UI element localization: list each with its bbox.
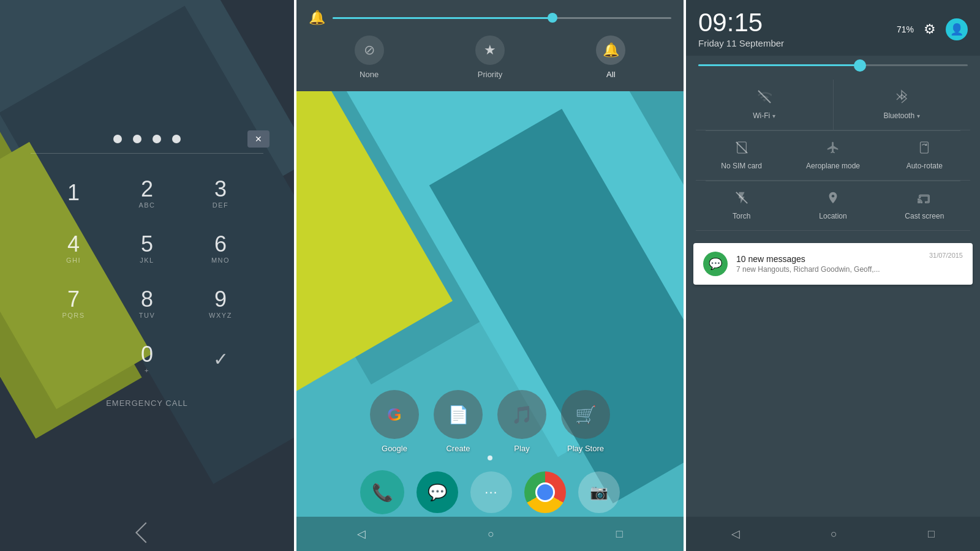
chrome-dock-icon[interactable] xyxy=(524,471,566,513)
nosim-toggle[interactable]: No SIM card xyxy=(696,131,787,181)
airplane-icon xyxy=(826,141,840,158)
airplane-toggle[interactable]: Aeroplane mode xyxy=(787,131,878,181)
create-label: Create xyxy=(446,444,470,453)
home-home-button[interactable]: ○ xyxy=(488,528,494,541)
key-check[interactable]: ✓ xyxy=(184,331,257,386)
brightness-fill xyxy=(698,64,860,66)
none-label: None xyxy=(360,70,379,79)
google-app[interactable]: G Google xyxy=(370,390,419,453)
all-icon: 🔔 xyxy=(596,36,625,65)
toggle-row-2: No SIM card Aeroplane mode xyxy=(696,131,970,181)
bluetooth-icon xyxy=(895,89,908,108)
qs-home-button[interactable]: ○ xyxy=(831,528,837,541)
notification-dropdown: 🔔 ⊘ None ★ Priority 🔔 xyxy=(296,0,684,91)
qs-recents-button[interactable]: □ xyxy=(928,528,935,541)
user-avatar[interactable]: 👤 xyxy=(946,18,968,40)
location-icon xyxy=(826,191,840,208)
page-indicator xyxy=(296,455,684,460)
torch-label: Torch xyxy=(733,212,750,220)
qs-back-button[interactable]: ◁ xyxy=(731,527,740,541)
slider-thumb xyxy=(548,13,557,23)
notification-card[interactable]: 💬 10 new messages 7 new Hangouts, Richar… xyxy=(693,243,973,285)
pin-dots-row xyxy=(0,135,294,143)
play-app[interactable]: 🎵 Play xyxy=(497,390,546,453)
key-0[interactable]: 0 + xyxy=(110,331,184,386)
hangouts-dock-icon[interactable]: 💬 xyxy=(417,471,458,513)
wifi-icon xyxy=(757,89,772,108)
key-7[interactable]: 7 PQRS xyxy=(37,276,110,331)
priority-icon: ★ xyxy=(475,36,505,65)
volume-slider[interactable] xyxy=(333,17,671,19)
notif-option-all[interactable]: 🔔 All xyxy=(596,36,625,79)
key-8[interactable]: 8 TUV xyxy=(110,276,184,331)
bluetooth-toggle[interactable]: Bluetooth ▾ xyxy=(834,80,971,130)
pin-dot-2 xyxy=(133,135,141,143)
key-9[interactable]: 9 WXYZ xyxy=(184,276,257,331)
key-2[interactable]: 2 ABC xyxy=(110,166,184,221)
home-nav-bar: ◁ ○ □ xyxy=(296,517,684,551)
play-label: Play xyxy=(514,444,529,453)
chrome-inner xyxy=(535,482,555,502)
bell-slider-row: 🔔 xyxy=(309,10,671,26)
camera-dock-icon[interactable]: 📷 xyxy=(578,471,620,513)
wifi-arrow: ▾ xyxy=(772,113,775,119)
castscreen-toggle[interactable]: Cast screen xyxy=(879,181,970,231)
notif-option-none[interactable]: ⊘ None xyxy=(355,36,384,79)
home-back-button[interactable]: ◁ xyxy=(357,527,366,541)
slider-fill xyxy=(333,17,552,19)
key-5[interactable]: 5 JKL xyxy=(110,221,184,276)
autorotate-icon xyxy=(918,141,931,158)
brightness-icon: ✦ xyxy=(856,59,864,71)
torch-toggle[interactable]: Torch xyxy=(696,181,787,231)
svg-rect-3 xyxy=(921,142,929,153)
notif-option-priority[interactable]: ★ Priority xyxy=(475,36,505,79)
create-app[interactable]: 📄 Create xyxy=(434,390,483,453)
notification-body: 7 new Hangouts, Richard Goodwin, Geoff,.… xyxy=(736,265,921,274)
location-toggle[interactable]: Location xyxy=(787,181,878,231)
key-1[interactable]: 1 xyxy=(37,166,110,221)
brightness-control[interactable]: ✦ xyxy=(686,56,980,75)
qs-nav-bar: ◁ ○ □ xyxy=(686,517,980,551)
quick-settings-panel: 09:15 Friday 11 September 71% ⚙ 👤 ✦ xyxy=(686,0,980,551)
notification-time: 31/07/2015 xyxy=(929,252,963,259)
wifi-label: Wi-Fi xyxy=(753,111,770,120)
home-screen: 🔔 ⊘ None ★ Priority 🔔 xyxy=(294,0,686,551)
wifi-label-row: Wi-Fi ▾ xyxy=(753,111,775,120)
pin-content: 1 2 ABC 3 DEF 4 GHI 5 JKL 6 MNO xyxy=(0,0,294,551)
pin-dot-1 xyxy=(113,135,122,143)
airplane-label: Aeroplane mode xyxy=(806,162,860,170)
emergency-call-label[interactable]: EMERGENCY CALL xyxy=(106,399,188,408)
playstore-app[interactable]: 🛒 Play Store xyxy=(561,390,610,453)
torch-icon xyxy=(735,191,748,208)
apps-dock-icon[interactable]: ··· xyxy=(470,471,512,513)
key-6[interactable]: 6 MNO xyxy=(184,221,257,276)
bluetooth-label: Bluetooth xyxy=(883,111,914,120)
qs-time-date: 09:15 Friday 11 September xyxy=(698,10,784,48)
pin-screen: 1 2 ABC 3 DEF 4 GHI 5 JKL 6 MNO xyxy=(0,0,294,551)
autorotate-label: Auto-rotate xyxy=(907,162,943,170)
create-icon-circle: 📄 xyxy=(434,390,483,439)
toggle-row-1: Wi-Fi ▾ Bluetooth ▾ xyxy=(696,80,970,130)
wifi-toggle[interactable]: Wi-Fi ▾ xyxy=(696,80,834,130)
qs-spacer xyxy=(686,285,980,517)
autorotate-toggle[interactable]: Auto-rotate xyxy=(879,131,970,181)
bell-icon: 🔔 xyxy=(309,10,325,26)
brightness-slider[interactable]: ✦ xyxy=(698,64,968,66)
pin-divider xyxy=(31,153,263,154)
pin-keypad: 1 2 ABC 3 DEF 4 GHI 5 JKL 6 MNO xyxy=(37,166,257,386)
home-recents-button[interactable]: □ xyxy=(616,528,623,541)
phone-dock-icon[interactable]: 📞 xyxy=(360,470,404,514)
none-icon: ⊘ xyxy=(355,36,384,65)
nosim-icon xyxy=(735,141,748,158)
settings-icon[interactable]: ⚙ xyxy=(924,21,936,37)
backspace-button[interactable] xyxy=(247,130,270,148)
key-3[interactable]: 3 DEF xyxy=(184,166,257,221)
playstore-label: Play Store xyxy=(567,444,604,453)
key-4[interactable]: 4 GHI xyxy=(37,221,110,276)
battery-indicator: 71% xyxy=(897,24,914,34)
qs-toggle-section: Wi-Fi ▾ Bluetooth ▾ xyxy=(686,75,980,236)
home-dock: 📞 💬 ··· 📷 xyxy=(296,470,684,514)
app-icons-row: G Google 📄 Create 🎵 Play 🛒 Play Store xyxy=(296,390,684,453)
castscreen-icon xyxy=(918,191,931,208)
bluetooth-arrow: ▾ xyxy=(917,113,920,119)
